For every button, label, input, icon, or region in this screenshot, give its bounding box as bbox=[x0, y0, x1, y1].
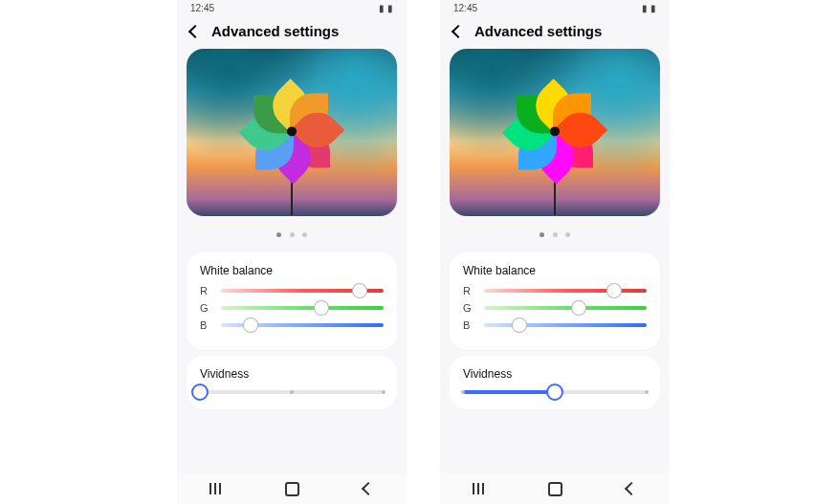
pager-dots[interactable] bbox=[177, 216, 407, 247]
slider-thumb[interactable] bbox=[243, 318, 258, 333]
wb-label-r: R bbox=[463, 285, 476, 296]
status-bar: 12:45 ▮▮ bbox=[177, 0, 407, 15]
preview-container bbox=[440, 49, 670, 216]
wb-row-g: G bbox=[200, 302, 384, 314]
vividness-card: Vividness bbox=[187, 356, 397, 409]
wb-row-r: R bbox=[463, 285, 647, 296]
wb-row-b: B bbox=[463, 319, 647, 331]
slider-tick bbox=[645, 390, 649, 394]
pager-dot[interactable] bbox=[565, 232, 570, 237]
pinwheel-hub bbox=[287, 126, 297, 136]
slider-tick bbox=[382, 390, 385, 394]
clock: 12:45 bbox=[190, 3, 214, 13]
slider-thumb[interactable] bbox=[571, 300, 586, 316]
status-bar: 12:45 ▮▮ bbox=[440, 0, 670, 15]
vividness-title: Vividness bbox=[463, 367, 647, 381]
pager-dot[interactable] bbox=[540, 232, 544, 237]
vividness-slider[interactable] bbox=[200, 390, 384, 394]
wb-slider-g[interactable] bbox=[484, 306, 647, 310]
vividness-slider[interactable] bbox=[463, 390, 647, 394]
back-icon[interactable] bbox=[452, 24, 465, 37]
vividness-card: Vividness bbox=[450, 356, 660, 409]
wb-slider-b[interactable] bbox=[221, 323, 384, 327]
nav-back-icon[interactable] bbox=[355, 482, 382, 495]
wb-label-r: R bbox=[200, 285, 213, 296]
slider-fill bbox=[463, 390, 555, 394]
back-icon[interactable] bbox=[188, 24, 202, 37]
page-header: Advanced settings bbox=[177, 15, 407, 49]
nav-home-icon[interactable] bbox=[278, 482, 305, 495]
slider-thumb[interactable] bbox=[191, 383, 209, 401]
nav-bar bbox=[440, 473, 670, 504]
wb-slider-g[interactable] bbox=[221, 306, 384, 310]
slider-thumb[interactable] bbox=[352, 283, 367, 298]
phone-variant-right: 12:45 ▮▮ Advanced settings White balance… bbox=[440, 0, 670, 504]
page-title: Advanced settings bbox=[474, 23, 602, 39]
white-balance-title: White balance bbox=[463, 264, 647, 277]
pager-dot[interactable] bbox=[276, 232, 281, 237]
phone-variant-left: 12:45 ▮▮ Advanced settings White balance… bbox=[177, 0, 407, 504]
pager-dot[interactable] bbox=[290, 232, 295, 237]
nav-recent-icon[interactable] bbox=[202, 482, 229, 495]
white-balance-card: White balance R G B bbox=[450, 252, 660, 350]
wb-label-g: G bbox=[463, 302, 476, 314]
status-icons: ▮▮ bbox=[376, 3, 393, 13]
clock: 12:45 bbox=[453, 3, 477, 13]
wb-slider-r[interactable] bbox=[484, 289, 647, 293]
page-title: Advanced settings bbox=[211, 23, 339, 39]
signal-icon: ▮ bbox=[642, 3, 648, 13]
wb-row-r: R bbox=[200, 285, 384, 296]
status-icons: ▮▮ bbox=[639, 3, 656, 13]
signal-icon: ▮ bbox=[379, 3, 385, 13]
nav-back-icon[interactable] bbox=[618, 482, 645, 495]
pager-dot[interactable] bbox=[302, 232, 307, 237]
slider-thumb[interactable] bbox=[314, 300, 329, 316]
wb-row-b: B bbox=[200, 319, 384, 331]
battery-icon: ▮ bbox=[387, 3, 393, 13]
wb-label-b: B bbox=[463, 319, 476, 331]
pager-dot[interactable] bbox=[553, 232, 558, 237]
pinwheel-hub bbox=[550, 126, 560, 136]
wb-label-b: B bbox=[200, 319, 213, 331]
battery-icon: ▮ bbox=[650, 3, 656, 13]
vividness-title: Vividness bbox=[200, 367, 384, 381]
wb-row-g: G bbox=[463, 302, 647, 314]
preview-image[interactable] bbox=[450, 49, 660, 216]
nav-recent-icon[interactable] bbox=[465, 482, 492, 495]
nav-bar bbox=[177, 473, 407, 504]
white-balance-card: White balance R G B bbox=[187, 252, 397, 350]
nav-home-icon[interactable] bbox=[541, 482, 568, 495]
slider-tick bbox=[290, 390, 294, 394]
white-balance-title: White balance bbox=[200, 264, 384, 277]
slider-thumb[interactable] bbox=[606, 283, 622, 298]
pinwheel bbox=[517, 93, 593, 169]
slider-thumb[interactable] bbox=[546, 383, 563, 401]
slider-thumb[interactable] bbox=[512, 318, 527, 333]
page-header: Advanced settings bbox=[440, 15, 670, 49]
wb-slider-b[interactable] bbox=[484, 323, 647, 327]
preview-container bbox=[177, 49, 407, 216]
slider-tick bbox=[461, 390, 465, 394]
wb-slider-r[interactable] bbox=[221, 289, 384, 293]
wb-label-g: G bbox=[200, 302, 213, 314]
pager-dots[interactable] bbox=[440, 216, 670, 247]
pinwheel bbox=[253, 93, 330, 169]
preview-image[interactable] bbox=[187, 49, 397, 216]
